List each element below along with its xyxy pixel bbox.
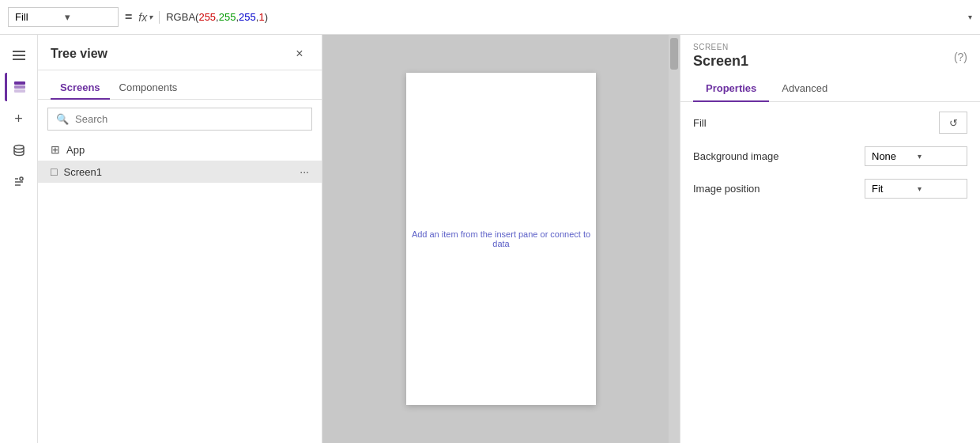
- tree-close-button[interactable]: ×: [290, 44, 309, 63]
- formula-display: RGBA(255, 255, 255, 1): [166, 11, 962, 23]
- canvas-scrollbar[interactable]: [669, 35, 680, 443]
- variables-svg: [12, 175, 26, 189]
- props-tabs: Properties Advanced: [693, 76, 967, 101]
- fill-row: Fill ↺: [693, 112, 967, 134]
- fill-swatch[interactable]: ↺: [939, 112, 967, 134]
- props-body: Fill ↺ Background image None ▾ Image pos…: [680, 102, 980, 208]
- property-label: Fill: [15, 11, 62, 23]
- tab-advanced[interactable]: Advanced: [769, 76, 840, 102]
- background-image-value: None: [872, 150, 914, 162]
- tab-screens[interactable]: Screens: [51, 77, 110, 100]
- fill-swatch-icon: ↺: [949, 117, 958, 129]
- fill-control: ↺: [939, 112, 967, 134]
- app-icon: ⊞: [51, 143, 60, 156]
- fx-label: fx: [138, 11, 147, 24]
- svg-rect-1: [14, 85, 25, 89]
- layers-icon[interactable]: [5, 73, 33, 101]
- props-panel: SCREEN Screen1 (?) Properties Advanced F…: [680, 35, 980, 443]
- hamburger-lines: [9, 47, 28, 63]
- help-icon[interactable]: (?): [954, 51, 967, 63]
- props-title-group: SCREEN Screen1: [693, 43, 748, 76]
- image-position-label: Image position: [693, 183, 760, 195]
- canvas-hint: Add an item from the insert pane or conn…: [406, 229, 596, 248]
- fill-label: Fill: [693, 117, 707, 129]
- plus-icon: +: [14, 111, 23, 127]
- svg-rect-2: [14, 89, 25, 93]
- screen1-more-icon[interactable]: ···: [300, 165, 309, 178]
- background-image-label: Background image: [693, 150, 778, 162]
- background-image-row: Background image None ▾: [693, 146, 967, 166]
- search-icon: 🔍: [56, 113, 69, 125]
- tree-item-app[interactable]: ⊞ App: [38, 138, 322, 161]
- data-icon[interactable]: [5, 136, 33, 165]
- tree-tabs: Screens Components: [38, 70, 322, 100]
- rgba-b: 255: [239, 11, 256, 23]
- background-image-chevron-icon: ▾: [918, 152, 960, 161]
- image-position-row: Image position Fit ▾: [693, 179, 967, 199]
- rgba-a: 1: [258, 11, 264, 23]
- fx-badge[interactable]: fx ▾: [138, 11, 160, 24]
- rgba-r: 255: [198, 11, 216, 23]
- insert-icon[interactable]: +: [5, 104, 33, 133]
- formula-bar: Fill ▾ = fx ▾ RGBA(255, 255, 255, 1) ▾: [0, 0, 980, 35]
- canvas-page: Add an item from the insert pane or conn…: [406, 73, 596, 405]
- tree-title: Tree view: [51, 47, 107, 61]
- rgba-close: ): [265, 11, 268, 23]
- fx-chevron-icon: ▾: [149, 13, 153, 21]
- props-header: SCREEN Screen1 (?) Properties Advanced: [680, 35, 980, 102]
- tree-panel: Tree view × Screens Components 🔍 ⊞ App □…: [38, 35, 322, 443]
- svg-rect-0: [14, 81, 25, 85]
- formula-bar-chevron-icon: ▾: [968, 13, 972, 21]
- hamburger-menu-icon[interactable]: [5, 41, 33, 70]
- tab-components[interactable]: Components: [110, 77, 187, 100]
- screen-icon: □: [51, 165, 57, 178]
- svg-point-7: [20, 177, 23, 180]
- sidebar-icons: +: [0, 35, 38, 443]
- equals-sign: =: [125, 10, 132, 25]
- props-header-row: SCREEN Screen1 (?): [693, 43, 967, 76]
- canvas-area: Add an item from the insert pane or conn…: [322, 35, 680, 443]
- data-svg: [12, 143, 26, 157]
- rgba-g: 255: [219, 11, 236, 23]
- search-box: 🔍: [47, 108, 312, 131]
- svg-point-3: [14, 146, 24, 150]
- tree-item-screen1[interactable]: □ Screen1 ···: [38, 161, 322, 183]
- image-position-value: Fit: [872, 183, 914, 195]
- background-image-dropdown[interactable]: None ▾: [865, 146, 967, 166]
- scrollbar-thumb[interactable]: [670, 38, 678, 70]
- search-input[interactable]: [75, 113, 303, 125]
- image-position-dropdown[interactable]: Fit ▾: [865, 179, 967, 199]
- image-position-chevron-icon: ▾: [918, 184, 960, 193]
- tree-header: Tree view ×: [38, 35, 322, 70]
- rgba-fn: RGBA(: [166, 11, 198, 23]
- main-area: + Tree view × Screens Components: [0, 35, 980, 443]
- props-screen-label: SCREEN: [693, 43, 748, 51]
- app-label: App: [66, 144, 309, 156]
- layers-svg: [13, 80, 27, 94]
- tab-properties[interactable]: Properties: [693, 76, 769, 102]
- props-screen-name: Screen1: [693, 53, 748, 70]
- property-chevron-icon: ▾: [65, 11, 111, 23]
- screen1-label: Screen1: [63, 166, 293, 178]
- property-dropdown[interactable]: Fill ▾: [8, 7, 119, 27]
- variables-icon[interactable]: [5, 168, 33, 196]
